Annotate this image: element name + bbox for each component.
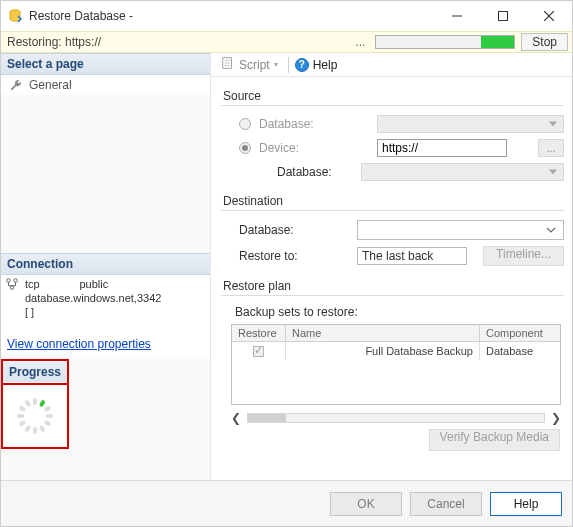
source-db2-select [361, 163, 564, 181]
progress-fill [481, 36, 514, 48]
dialog-footer: OK Cancel Help [1, 480, 572, 526]
checkbox-disabled-icon [253, 346, 264, 357]
connection-header: Connection [1, 253, 210, 275]
right-pane: Script ▾ ? Help Source Database: Device: [211, 53, 572, 480]
plan-subtitle: Backup sets to restore: [221, 302, 564, 322]
progress-spinner-wrap [1, 385, 69, 449]
progress-bar [375, 35, 515, 49]
svg-rect-11 [46, 414, 53, 418]
svg-point-6 [14, 278, 18, 282]
svg-point-5 [7, 278, 11, 282]
scroll-left-icon[interactable]: ❮ [231, 411, 241, 425]
banner-text: Restoring: https:// [7, 35, 345, 49]
verify-backup-button: Verify Backup Media [429, 429, 560, 451]
spinner-icon [15, 396, 55, 436]
help-button[interactable]: ? Help [295, 58, 338, 72]
banner-ellipsis: ... [351, 35, 369, 49]
cancel-button[interactable]: Cancel [410, 492, 482, 516]
plan-group-title: Restore plan [221, 275, 564, 295]
ok-button[interactable]: OK [330, 492, 402, 516]
dest-database-combo[interactable] [357, 220, 564, 240]
source-database-select [377, 115, 564, 133]
help-icon: ? [295, 58, 309, 72]
cell-component: Database [480, 342, 560, 360]
server-icon [5, 277, 19, 293]
svg-rect-8 [33, 398, 37, 405]
scroll-right-icon[interactable]: ❯ [551, 411, 561, 425]
col-restore[interactable]: Restore [232, 325, 286, 342]
page-item-general[interactable]: General [1, 75, 210, 95]
svg-rect-19 [24, 399, 31, 407]
page-list: General [1, 75, 210, 95]
svg-rect-2 [499, 12, 508, 21]
restoreto-value: The last back [357, 247, 467, 265]
svg-rect-13 [39, 424, 46, 432]
close-button[interactable] [526, 1, 572, 31]
connection-block: tcp public database.windows.net,3342 [ ] [1, 275, 210, 327]
grid-row[interactable]: Full Database Backup Database [232, 342, 560, 360]
svg-rect-17 [17, 414, 24, 418]
left-pane: Select a page General Connection tcp [1, 53, 211, 480]
svg-rect-18 [18, 405, 26, 412]
source-database-label: Database: [259, 117, 369, 131]
stop-button[interactable]: Stop [521, 33, 568, 51]
form-area: Source Database: Device: ... Database: D… [211, 77, 572, 480]
maximize-button[interactable] [480, 1, 526, 31]
svg-rect-12 [44, 419, 52, 426]
page-item-label: General [29, 78, 72, 92]
dest-database-label: Database: [239, 223, 349, 237]
script-label: Script [239, 58, 270, 72]
app-icon [7, 8, 23, 24]
source-database-radio [239, 118, 251, 130]
grid-header: Restore Name Component [232, 325, 560, 342]
select-page-header: Select a page [1, 53, 210, 75]
view-connection-properties-link[interactable]: View connection properties [1, 327, 210, 359]
svg-rect-10 [44, 405, 52, 412]
svg-rect-15 [24, 424, 31, 432]
wrench-icon [9, 78, 23, 92]
svg-point-7 [10, 285, 14, 289]
scroll-thumb[interactable] [248, 414, 286, 422]
restoreto-label: Restore to: [239, 249, 349, 263]
cell-name: Full Database Backup [286, 342, 480, 360]
grid-hscroll[interactable]: ❮ ❯ [231, 411, 561, 425]
browse-button[interactable]: ... [538, 139, 564, 157]
svg-rect-14 [33, 427, 37, 434]
title-bar: Restore Database - [1, 1, 572, 31]
source-device-input[interactable] [377, 139, 507, 157]
script-icon [221, 56, 235, 73]
col-component[interactable]: Component [480, 325, 560, 342]
help-footer-button[interactable]: Help [490, 492, 562, 516]
svg-rect-16 [18, 419, 26, 426]
minimize-button[interactable] [434, 1, 480, 31]
connection-text: tcp public database.windows.net,3342 [ ] [25, 277, 161, 319]
progress-header: Progress [3, 362, 67, 382]
help-label: Help [313, 58, 338, 72]
backup-sets-grid: Restore Name Component Full Database Bac… [231, 324, 561, 405]
toolbar-separator [288, 57, 289, 73]
scroll-track[interactable] [247, 413, 545, 423]
timeline-button: Timeline... [483, 246, 564, 266]
source-db2-label: Database: [277, 165, 353, 179]
source-device-label: Device: [259, 141, 369, 155]
cell-restore-check [232, 342, 286, 360]
source-device-radio [239, 142, 251, 154]
restoring-banner: Restoring: https:// ... Stop [1, 31, 572, 53]
chevron-down-icon: ▾ [274, 60, 278, 69]
window-title: Restore Database - [29, 9, 434, 23]
script-button[interactable]: Script ▾ [217, 54, 282, 75]
source-group-title: Source [221, 85, 564, 105]
window-controls [434, 1, 572, 31]
col-name[interactable]: Name [286, 325, 480, 342]
chevron-down-icon [543, 222, 559, 238]
dest-group-title: Destination [221, 190, 564, 210]
svg-rect-9 [39, 399, 46, 407]
right-toolbar: Script ▾ ? Help [211, 53, 572, 77]
